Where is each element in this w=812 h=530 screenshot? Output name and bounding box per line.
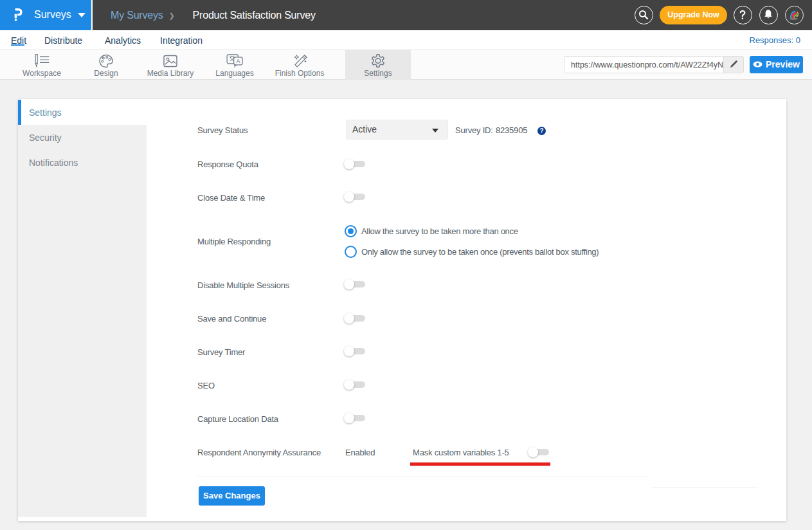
svg-text:A: A [237,58,240,64]
